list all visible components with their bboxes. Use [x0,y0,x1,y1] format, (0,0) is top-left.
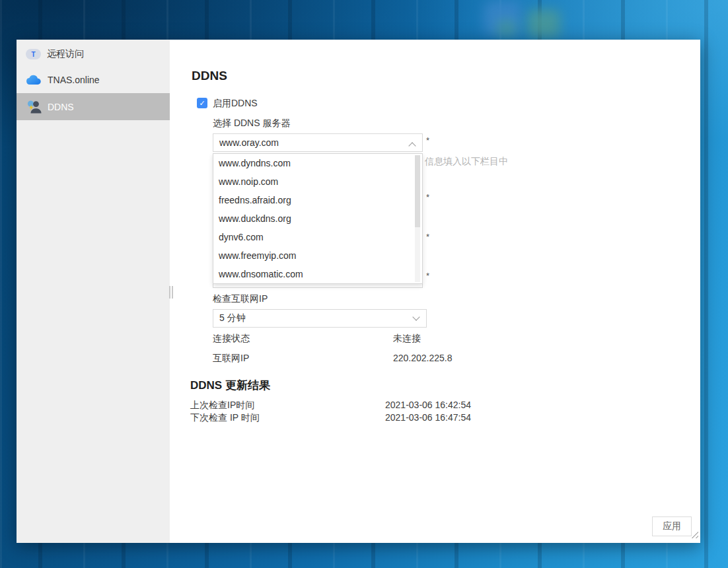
required-asterisk: * [426,135,429,145]
check-ip-interval-value: 5 分钟 [219,312,246,324]
result-section-title: DDNS 更新结果 [190,378,270,393]
remote-access-window: T 远程访问 TNAS.online [17,40,700,543]
required-asterisk: * [426,232,429,242]
dropdown-option[interactable]: www.freemyip.com [213,246,422,265]
ddns-server-select[interactable]: www.oray.com [213,133,423,152]
page-title: DDNS [192,69,227,83]
required-asterisk: * [426,192,429,202]
internet-ip-label: 互联网IP [213,353,249,365]
sidebar-item-remote-access[interactable]: T 远程访问 [17,41,170,67]
ddns-server-select-value: www.oray.com [219,137,279,148]
check-ip-interval-select[interactable]: 5 分钟 [213,309,427,328]
enable-ddns-checkbox[interactable]: ✓ [197,98,207,108]
sidebar-item-label: DDNS [48,102,74,112]
chevron-up-icon [410,141,415,149]
check-ip-label: 检查互联网IP [213,293,268,305]
last-check-time-value: 2021-03-06 16:42:54 [385,400,471,410]
sidebar-resize-handle[interactable] [169,286,174,299]
sidebar-item-tnas-online[interactable]: TNAS.online [17,67,170,93]
screen: T 远程访问 TNAS.online [0,0,728,568]
server-credentials-hint: 信息填入以下栏目中 [425,156,508,168]
sidebar-item-label: TNAS.online [48,75,100,85]
dropdown-scrollbar-track[interactable] [415,155,420,282]
dropdown-option[interactable]: www.noip.com [213,172,422,191]
dropdown-scrollbar-thumb[interactable] [415,155,420,227]
dropdown-option[interactable]: freedns.afraid.org [213,191,422,209]
connection-status-label: 连接状态 [213,333,250,345]
blurred-desktop-shape [527,9,560,38]
dropdown-option[interactable]: www.duckdns.org [213,209,422,228]
server-select-label: 选择 DDNS 服务器 [213,118,290,129]
next-check-time-value: 2021-03-06 16:47:54 [385,412,471,423]
apply-button[interactable]: 应用 [652,516,692,536]
required-asterisk: * [426,271,429,281]
blurred-desktop-shape [497,20,517,37]
internet-ip-value: 220.202.225.8 [393,353,453,363]
ddns-server-dropdown: www.dyndns.com www.noip.com freedns.afra… [213,153,423,284]
tnas-t-icon: T [26,49,41,59]
sidebar-item-ddns[interactable]: DDNS [17,93,170,120]
next-check-time-label: 下次检查 IP 时间 [190,412,260,424]
last-check-time-label: 上次检查IP时间 [190,400,254,411]
sidebar-item-label: 远程访问 [47,48,84,60]
cloud-icon [26,73,42,87]
dropdown-option[interactable]: www.dnsomatic.com [213,265,422,283]
chevron-down-icon [414,316,419,320]
sidebar: T 远程访问 TNAS.online [17,40,170,543]
dropdown-option[interactable]: dynv6.com [213,228,422,246]
ddns-user-sync-icon [26,100,42,114]
connection-status-value: 未连接 [393,333,421,345]
dropdown-option[interactable]: www.dyndns.com [213,154,422,172]
enable-ddns-label: 启用DDNS [213,98,258,110]
